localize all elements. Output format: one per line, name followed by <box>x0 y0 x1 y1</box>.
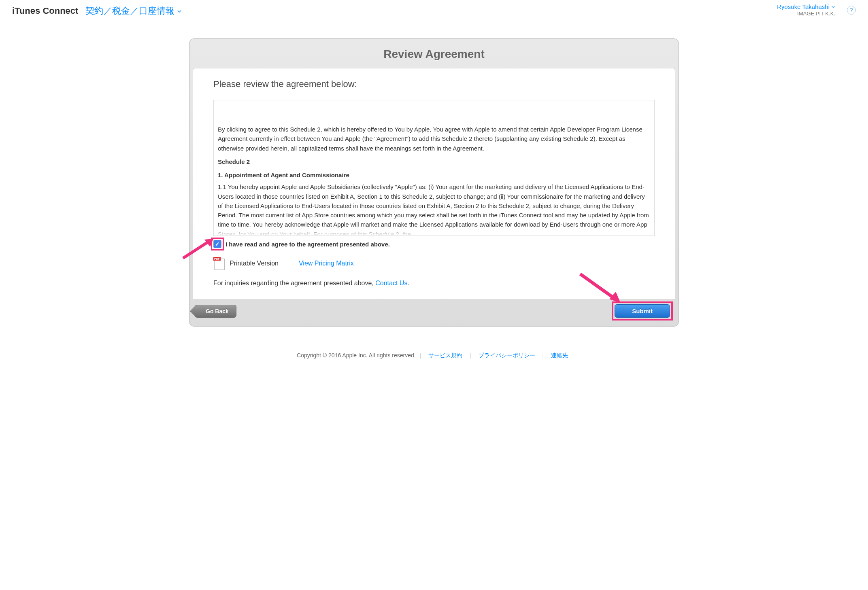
agreement-heading-schedule: Schedule 2 <box>218 157 650 166</box>
agree-checkbox-row: ✓ I have read and agree to the agreement… <box>213 240 655 248</box>
printable-version[interactable]: PDF Printable Version <box>213 257 279 270</box>
footer: Copyright © 2016 Apple Inc. All rights r… <box>0 343 868 371</box>
links-row: PDF Printable Version View Pricing Matri… <box>213 257 655 270</box>
separator: | <box>470 352 471 359</box>
agreement-heading-appointment: 1. Appointment of Agent and Commissionai… <box>218 170 650 180</box>
inquiry-prefix: For inquiries regarding the agreement pr… <box>213 280 375 287</box>
footer-link-privacy[interactable]: プライバシーポリシー <box>479 352 535 359</box>
agree-checkbox-label: I have read and agree to the agreement p… <box>226 241 390 248</box>
footer-link-terms[interactable]: サービス規約 <box>428 352 462 359</box>
top-right-area: Ryosuke Takahashi IMAGE PIT K.K. ? <box>777 3 856 17</box>
pdf-icon: PDF <box>213 257 225 270</box>
user-name-label: Ryosuke Takahashi <box>777 3 830 11</box>
review-panel: Review Agreement Please review the agree… <box>189 38 679 327</box>
inquiry-row: For inquiries regarding the agreement pr… <box>213 280 655 287</box>
annotation-arrow-icon <box>181 238 217 260</box>
agree-checkbox-wrap: ✓ <box>213 240 221 248</box>
chevron-down-icon <box>831 5 835 9</box>
separator: | <box>420 352 421 359</box>
top-bar: iTunes Connect 契約／税金／口座情報 Ryosuke Takaha… <box>0 0 868 22</box>
contact-us-link[interactable]: Contact Us <box>375 280 407 287</box>
view-pricing-matrix-link[interactable]: View Pricing Matrix <box>299 260 354 267</box>
company-name: IMAGE PIT K.K. <box>777 11 835 17</box>
user-dropdown[interactable]: Ryosuke Takahashi <box>777 3 835 11</box>
panel-title: Review Agreement <box>189 39 679 68</box>
user-block: Ryosuke Takahashi IMAGE PIT K.K. <box>777 3 835 17</box>
go-back-label: Go Back <box>206 308 229 314</box>
copyright-text: Copyright © 2016 Apple Inc. All rights r… <box>297 352 416 359</box>
brand-title: iTunes Connect <box>12 6 78 16</box>
chevron-down-icon <box>177 6 182 16</box>
separator: | <box>542 352 544 359</box>
agreement-intro: By clicking to agree to this Schedule 2,… <box>218 125 650 153</box>
printable-label: Printable Version <box>230 260 279 267</box>
main-area: Review Agreement Please review the agree… <box>0 22 868 339</box>
agree-checkbox[interactable]: ✓ <box>213 240 221 248</box>
panel-body: Please review the agreement below: By cl… <box>193 68 675 299</box>
submit-wrap: Submit <box>613 303 671 319</box>
submit-button[interactable]: Submit <box>615 304 670 318</box>
submit-label: Submit <box>632 308 653 314</box>
separator <box>841 4 841 16</box>
agreement-scroll-box[interactable]: By clicking to agree to this Schedule 2,… <box>213 100 655 236</box>
section-label: 契約／税金／口座情報 <box>85 5 174 17</box>
footer-link-contact[interactable]: 連絡先 <box>551 352 568 359</box>
fade-overlay <box>214 227 654 236</box>
instruction-text: Please review the agreement below: <box>213 79 655 89</box>
go-back-button[interactable]: Go Back <box>195 305 236 318</box>
section-dropdown[interactable]: 契約／税金／口座情報 <box>85 5 182 17</box>
inquiry-suffix: . <box>407 280 409 287</box>
panel-bottom-bar: Go Back Submit <box>193 299 675 323</box>
help-icon[interactable]: ? <box>847 6 856 15</box>
